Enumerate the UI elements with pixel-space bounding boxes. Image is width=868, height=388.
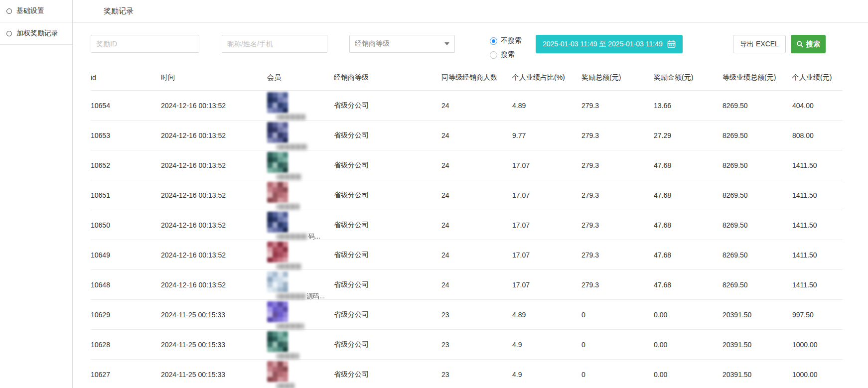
table-row: 106522024-12-16 00:13:52省级分公司2417.07279.… <box>91 150 843 180</box>
cell-reward-amount: 47.68 <box>654 180 723 210</box>
member-name-fragment: 源码... <box>306 292 325 301</box>
cell-peer-count: 24 <box>441 150 512 180</box>
export-excel-button[interactable]: 导出 EXCEL <box>733 35 786 53</box>
cell-time: 2024-12-16 00:13:52 <box>161 210 267 240</box>
cell-personal: 1411.50 <box>792 270 843 300</box>
cell-member <box>267 121 334 150</box>
member-avatar <box>267 92 288 113</box>
cell-member <box>267 150 334 180</box>
cell-member <box>267 300 334 330</box>
cell-reward-amount: 47.68 <box>654 270 723 300</box>
member-avatar <box>267 361 288 382</box>
cell-id: 10653 <box>91 121 161 150</box>
column-header: 会员 <box>267 68 334 91</box>
cell-level: 省级分公司 <box>334 360 441 388</box>
sidebar-item-basic-settings[interactable]: 基础设置 <box>0 0 72 22</box>
cell-time: 2024-11-25 00:15:33 <box>161 300 267 330</box>
cell-time: 2024-12-16 00:13:52 <box>161 240 267 270</box>
cell-peer-count: 24 <box>441 121 512 150</box>
member-name-blurred <box>277 144 307 150</box>
cell-level-total: 8269.50 <box>723 240 792 270</box>
cell-reward-amount: 47.68 <box>654 150 723 180</box>
cell-reward-total: 279.3 <box>581 180 654 210</box>
cell-ratio: 17.07 <box>512 270 581 300</box>
cell-reward-total: 279.3 <box>581 91 654 121</box>
cell-reward-amount: 0.00 <box>654 330 723 360</box>
chevron-down-icon <box>444 42 449 45</box>
cell-level-total: 8269.50 <box>723 150 792 180</box>
cell-level: 省级分公司 <box>334 91 441 121</box>
cell-level: 省级分公司 <box>334 210 441 240</box>
cell-id: 10650 <box>91 210 161 240</box>
radio-search[interactable]: 搜索 <box>490 50 522 59</box>
cell-level-total: 8269.50 <box>723 270 792 300</box>
dealer-level-select[interactable]: 经销商等级 <box>349 35 455 53</box>
cell-level-total: 8269.50 <box>723 121 792 150</box>
cell-ratio: 4.9 <box>512 360 581 388</box>
circle-icon <box>6 8 12 14</box>
table-header-row: id时间会员经销商等级同等级经销商人数个人业绩占比(%)奖励总额(元)奖励金额(… <box>91 68 843 91</box>
cell-level-total: 20391.50 <box>723 330 792 360</box>
cell-personal: 1411.50 <box>792 210 843 240</box>
cell-peer-count: 23 <box>441 300 512 330</box>
member-avatar <box>267 152 288 173</box>
column-header: 经销商等级 <box>334 68 441 91</box>
search-button[interactable]: 搜索 <box>791 35 826 53</box>
cell-peer-count: 24 <box>441 91 512 121</box>
radio-no-search[interactable]: 不搜索 <box>490 36 522 45</box>
cell-level: 省级分公司 <box>334 150 441 180</box>
radio-no-search-label: 不搜索 <box>501 36 522 45</box>
cell-reward-total: 0 <box>581 330 654 360</box>
cell-level-total: 8269.50 <box>723 180 792 210</box>
member-avatar <box>267 212 288 233</box>
table-row: 106272024-11-25 00:15:33省级分公司234.900.002… <box>91 360 843 388</box>
cell-personal: 808.00 <box>792 121 843 150</box>
cell-level: 省级分公司 <box>334 180 441 210</box>
cell-personal: 1000.00 <box>792 360 843 388</box>
column-header: 个人业绩(元) <box>792 68 843 91</box>
table-row: 106512024-12-16 00:13:52省级分公司2417.07279.… <box>91 180 843 210</box>
search-icon <box>796 40 804 48</box>
sidebar-item-label: 基础设置 <box>16 6 44 15</box>
cell-peer-count: 23 <box>441 330 512 360</box>
cell-member: 源码... <box>267 270 334 300</box>
cell-level: 省级分公司 <box>334 240 441 270</box>
sidebar-item-label: 加权奖励记录 <box>16 29 58 38</box>
filter-bar: 经销商等级 不搜索 搜索 2025-01-03 11:49 至 2025-01-… <box>73 35 868 59</box>
cell-ratio: 17.07 <box>512 240 581 270</box>
cell-member <box>267 180 334 210</box>
cell-peer-count: 24 <box>441 180 512 210</box>
date-range-button[interactable]: 2025-01-03 11:49 至 2025-01-03 11:49 <box>536 35 683 53</box>
cell-time: 2024-12-16 00:13:52 <box>161 91 267 121</box>
cell-ratio: 4.9 <box>512 330 581 360</box>
nickname-input[interactable] <box>222 35 327 53</box>
cell-peer-count: 24 <box>441 210 512 240</box>
cell-peer-count: 24 <box>441 270 512 300</box>
cell-reward-amount: 0.00 <box>654 360 723 388</box>
cell-level: 省级分公司 <box>334 330 441 360</box>
cell-member <box>267 91 334 121</box>
cell-time: 2024-11-25 00:15:33 <box>161 330 267 360</box>
member-avatar <box>267 301 288 322</box>
cell-reward-total: 279.3 <box>581 210 654 240</box>
cell-peer-count: 24 <box>441 240 512 270</box>
column-header: 等级业绩总额(元) <box>723 68 792 91</box>
table-row: 106492024-12-16 00:13:52省级分公司2417.07279.… <box>91 240 843 270</box>
radio-icon-selected <box>490 37 497 45</box>
column-header: 时间 <box>161 68 267 91</box>
radio-icon-unselected <box>490 51 497 59</box>
cell-reward-total: 279.3 <box>581 150 654 180</box>
cell-reward-amount: 0.00 <box>654 300 723 330</box>
table-row: 106542024-12-16 00:13:52省级分公司244.89279.3… <box>91 91 843 121</box>
cell-member <box>267 360 334 388</box>
reward-id-input[interactable] <box>91 35 199 53</box>
member-name-blurred <box>277 323 304 329</box>
cell-time: 2024-12-16 00:13:52 <box>161 121 267 150</box>
date-range-text: 2025-01-03 11:49 至 2025-01-03 11:49 <box>543 40 663 49</box>
member-name-blurred <box>277 263 301 269</box>
cell-reward-total: 0 <box>581 300 654 330</box>
main-content: 奖励记录 经销商等级 不搜索 搜索 2025-01-03 11:49 至 <box>73 0 868 388</box>
sidebar-item-weighted-reward-records[interactable]: 加权奖励记录 <box>0 22 72 45</box>
member-name-blurred <box>277 174 301 180</box>
member-name-fragment: 码... <box>308 232 320 241</box>
